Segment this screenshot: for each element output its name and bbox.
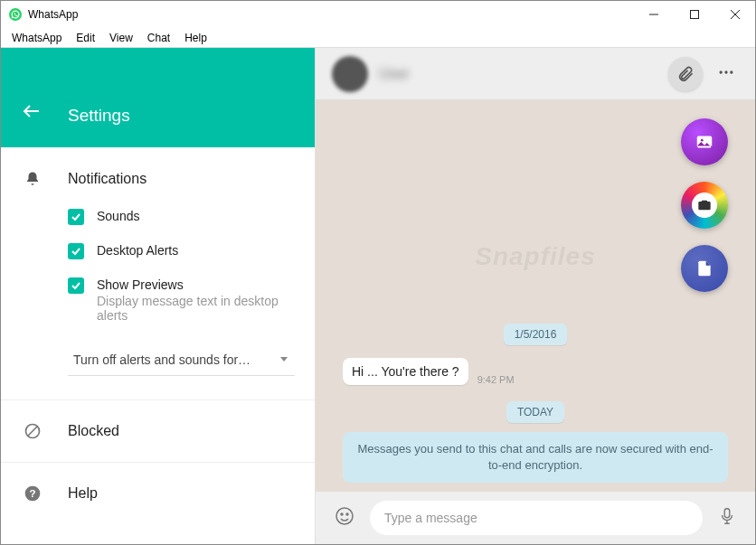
menu-edit[interactable]: Edit — [69, 30, 102, 46]
chat-body: Snapfiles 1/5/2016 Hi ... You're there ?… — [316, 100, 755, 492]
settings-header: Settings — [1, 48, 315, 147]
svg-point-17 — [336, 508, 353, 524]
turn-off-dropdown[interactable]: Turn off alerts and sounds for… — [68, 344, 295, 376]
show-previews-label: Show Previews — [97, 277, 295, 292]
window-title: WhatsApp — [28, 8, 633, 21]
notifications-section: Notifications Sounds Desktop Alerts Show… — [1, 147, 315, 399]
svg-rect-20 — [724, 509, 730, 518]
sounds-checkbox[interactable] — [68, 209, 84, 225]
watermark: Snapfiles — [475, 242, 595, 271]
message-input[interactable] — [370, 501, 703, 535]
svg-point-14 — [730, 70, 732, 73]
attach-button[interactable] — [668, 57, 703, 91]
menu-view[interactable]: View — [102, 30, 140, 46]
close-button[interactable] — [714, 1, 755, 28]
svg-point-19 — [346, 513, 348, 515]
svg-text:?: ? — [29, 487, 35, 499]
svg-point-12 — [720, 70, 723, 73]
emoji-icon[interactable] — [328, 500, 361, 536]
window-controls — [633, 1, 755, 28]
contact-name[interactable]: User — [379, 66, 668, 82]
help-icon: ? — [21, 484, 44, 503]
menu-whatsapp[interactable]: WhatsApp — [5, 30, 69, 46]
menu-help[interactable]: Help — [177, 30, 214, 46]
chat-panel: User Snapfiles 1/5/2016 — [316, 48, 755, 544]
encryption-notice: Messages you send to this chat and calls… — [343, 432, 728, 483]
svg-point-1 — [13, 12, 18, 17]
blocked-item[interactable]: Blocked — [1, 399, 315, 462]
document-fab[interactable] — [681, 245, 728, 292]
date-chip: 1/5/2016 — [504, 324, 568, 345]
composer — [316, 492, 755, 544]
camera-fab[interactable] — [681, 182, 728, 229]
back-arrow-icon[interactable] — [21, 100, 43, 126]
attachment-menu — [681, 118, 728, 292]
desktop-alerts-label: Desktop Alerts — [97, 243, 178, 258]
turn-off-label: Turn off alerts and sounds for… — [73, 352, 250, 367]
chat-header: User — [316, 48, 755, 100]
notifications-title: Notifications — [68, 171, 146, 187]
sounds-option: Sounds — [1, 200, 315, 234]
whatsapp-logo-icon — [8, 7, 23, 22]
desktop-alerts-checkbox[interactable] — [68, 243, 84, 259]
maximize-button[interactable] — [674, 1, 714, 28]
bell-icon — [21, 171, 44, 187]
svg-marker-7 — [280, 357, 288, 362]
show-previews-desc: Display message text in desktop alerts — [97, 294, 295, 323]
help-label: Help — [68, 485, 98, 502]
settings-title: Settings — [68, 106, 130, 126]
message-time: 9:42 PM — [477, 374, 515, 385]
show-previews-option: Show Previews Display message text in de… — [1, 268, 315, 332]
help-item[interactable]: ? Help — [1, 462, 315, 524]
menu-dots-icon[interactable] — [713, 60, 739, 89]
minimize-button[interactable] — [633, 1, 674, 28]
today-chip: TODAY — [506, 401, 564, 423]
svg-point-16 — [701, 139, 704, 142]
avatar[interactable] — [332, 56, 368, 92]
svg-line-9 — [28, 427, 37, 436]
menu-bar: WhatsApp Edit View Chat Help — [1, 28, 755, 48]
menu-chat[interactable]: Chat — [140, 30, 177, 46]
window-titlebar: WhatsApp — [1, 1, 755, 28]
svg-point-18 — [341, 513, 343, 515]
mic-icon[interactable] — [712, 501, 742, 535]
sounds-label: Sounds — [97, 209, 139, 223]
message-bubble: Hi ... You're there ? — [343, 358, 468, 385]
blocked-label: Blocked — [68, 423, 119, 439]
blocked-icon — [21, 422, 44, 440]
svg-point-13 — [724, 70, 727, 73]
svg-rect-3 — [690, 11, 698, 19]
gallery-fab[interactable] — [681, 118, 728, 165]
desktop-alerts-option: Desktop Alerts — [1, 234, 315, 268]
chevron-down-icon — [279, 352, 289, 368]
show-previews-checkbox[interactable] — [68, 277, 84, 294]
settings-sidebar: Settings Notifications Sounds Desktop Al… — [1, 48, 316, 544]
message-row: Hi ... You're there ? 9:42 PM — [343, 358, 728, 385]
